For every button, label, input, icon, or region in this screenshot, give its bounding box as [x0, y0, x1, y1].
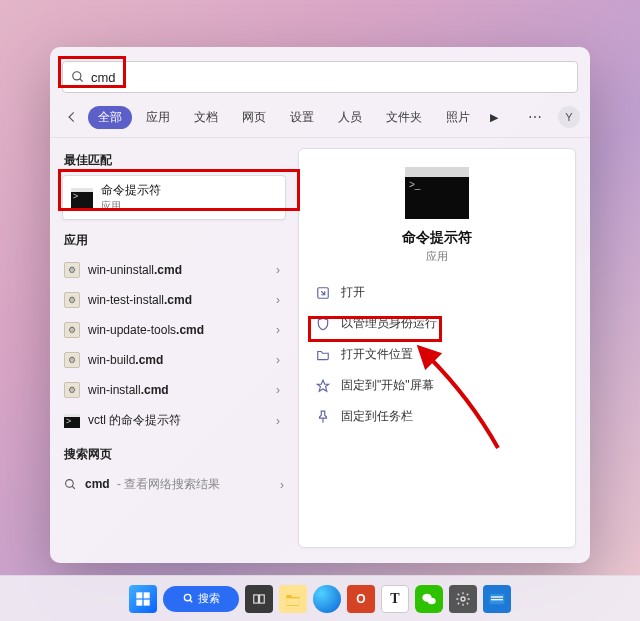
more-menu[interactable]: ⋯ [520, 106, 550, 128]
settings-icon[interactable] [449, 585, 477, 613]
tab-people[interactable]: 人员 [328, 106, 372, 129]
results-right: 命令提示符 应用 打开 以管理员身份运行 打开文件位置 [290, 138, 590, 558]
svg-point-16 [461, 597, 465, 601]
svg-point-9 [184, 594, 190, 600]
list-item[interactable]: ⚙win-build.cmd › [62, 345, 286, 375]
tab-more-play[interactable]: ▶ [484, 108, 504, 127]
web-label: 搜索网页 [64, 446, 286, 463]
taskview-icon[interactable] [245, 585, 273, 613]
preview-title: 命令提示符 [313, 229, 561, 247]
action-run-as-admin[interactable]: 以管理员身份运行 [313, 309, 561, 338]
svg-point-2 [66, 480, 74, 488]
settings-file-icon: ⚙ [64, 382, 80, 398]
avatar[interactable]: Y [558, 106, 580, 128]
svg-point-0 [73, 72, 81, 80]
settings-file-icon: ⚙ [64, 352, 80, 368]
start-button[interactable] [129, 585, 157, 613]
preview-app-icon [405, 167, 469, 219]
svg-rect-8 [144, 599, 150, 605]
pin-icon [315, 409, 331, 425]
search-bar[interactable] [62, 61, 578, 93]
results-body: 最佳匹配 命令提示符 应用 应用 ⚙win-uninstall.cmd › ⚙w… [50, 138, 590, 558]
svg-rect-11 [254, 594, 259, 602]
tab-settings[interactable]: 设置 [280, 106, 324, 129]
apps-label: 应用 [64, 232, 286, 249]
back-button[interactable] [60, 105, 84, 129]
chevron-right-icon: › [276, 263, 280, 277]
preview-card: 命令提示符 应用 打开 以管理员身份运行 打开文件位置 [298, 148, 576, 548]
list-item[interactable]: vctl 的命令提示符 › [62, 405, 286, 436]
text-app-icon[interactable]: T [381, 585, 409, 613]
open-icon [315, 285, 331, 301]
office-icon[interactable]: O [347, 585, 375, 613]
list-item[interactable]: ⚙win-uninstall.cmd › [62, 255, 286, 285]
chevron-right-icon: › [276, 383, 280, 397]
svg-rect-18 [491, 596, 503, 597]
explorer-icon[interactable] [279, 585, 307, 613]
tab-web[interactable]: 网页 [232, 106, 276, 129]
wechat-icon[interactable] [415, 585, 443, 613]
action-list: 打开 以管理员身份运行 打开文件位置 固定到"开始"屏幕 [313, 278, 561, 431]
action-open-location[interactable]: 打开文件位置 [313, 340, 561, 369]
cmd-icon [71, 188, 93, 208]
chevron-right-icon: › [276, 293, 280, 307]
svg-line-10 [189, 600, 191, 602]
action-pin-taskbar[interactable]: 固定到任务栏 [313, 402, 561, 431]
tab-photos[interactable]: 照片 [436, 106, 480, 129]
svg-rect-12 [260, 594, 265, 602]
chevron-right-icon: › [276, 353, 280, 367]
action-pin-start[interactable]: 固定到"开始"屏幕 [313, 371, 561, 400]
tab-apps[interactable]: 应用 [136, 106, 180, 129]
settings-file-icon: ⚙ [64, 292, 80, 308]
svg-rect-6 [144, 592, 150, 598]
svg-line-1 [80, 79, 83, 82]
taskbar: 搜索 O T [0, 575, 640, 621]
tabs-row: 全部 应用 文档 网页 设置 人员 文件夹 照片 ▶ ⋯ Y [50, 103, 590, 138]
settings-file-icon: ⚙ [64, 322, 80, 338]
apps-list: ⚙win-uninstall.cmd › ⚙win-test-install.c… [62, 255, 286, 436]
tab-all[interactable]: 全部 [88, 106, 132, 129]
search-flyout: 全部 应用 文档 网页 设置 人员 文件夹 照片 ▶ ⋯ Y 最佳匹配 命令提示… [50, 47, 590, 563]
taskbar-search[interactable]: 搜索 [163, 586, 239, 612]
chevron-right-icon: › [276, 414, 280, 428]
settings-file-icon: ⚙ [64, 262, 80, 278]
svg-rect-5 [136, 592, 142, 598]
list-item[interactable]: ⚙win-test-install.cmd › [62, 285, 286, 315]
folder-icon [315, 347, 331, 363]
cmd-icon [64, 414, 80, 428]
results-left: 最佳匹配 命令提示符 应用 应用 ⚙win-uninstall.cmd › ⚙w… [50, 138, 290, 558]
search-icon [64, 478, 77, 491]
list-item[interactable]: ⚙win-update-tools.cmd › [62, 315, 286, 345]
web-search-item[interactable]: cmd - 查看网络搜索结果 › [62, 469, 286, 500]
svg-rect-7 [136, 599, 142, 605]
svg-point-15 [428, 597, 436, 604]
svg-rect-13 [286, 598, 299, 605]
chevron-right-icon: › [280, 478, 284, 492]
search-icon [71, 70, 85, 84]
best-match-sub: 应用 [101, 199, 161, 213]
app-icon[interactable] [483, 585, 511, 613]
best-match-title: 命令提示符 [101, 182, 161, 199]
action-open[interactable]: 打开 [313, 278, 561, 307]
tab-docs[interactable]: 文档 [184, 106, 228, 129]
svg-line-3 [72, 486, 75, 489]
shield-icon [315, 316, 331, 332]
edge-icon[interactable] [313, 585, 341, 613]
pin-icon [315, 378, 331, 394]
tab-folders[interactable]: 文件夹 [376, 106, 432, 129]
preview-sub: 应用 [313, 249, 561, 264]
list-item[interactable]: ⚙win-install.cmd › [62, 375, 286, 405]
best-match-label: 最佳匹配 [64, 152, 286, 169]
chevron-right-icon: › [276, 323, 280, 337]
search-input[interactable] [91, 70, 569, 85]
best-match-card[interactable]: 命令提示符 应用 [62, 175, 286, 220]
svg-rect-19 [491, 599, 503, 600]
